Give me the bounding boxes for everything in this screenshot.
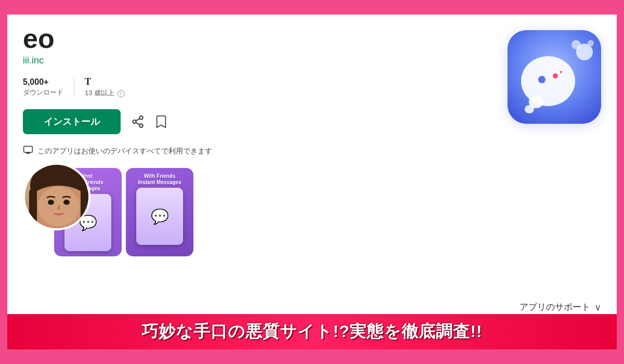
device-icon — [23, 145, 33, 158]
svg-point-22 — [538, 76, 545, 83]
border-right — [617, 0, 624, 364]
buttons-row: インストール — [23, 109, 492, 134]
age-info-icon[interactable]: i — [118, 90, 125, 97]
border-left — [0, 0, 7, 364]
app-name: eo — [23, 25, 492, 52]
user-avatar — [23, 163, 90, 230]
app-icon-container: ♥ — [508, 30, 601, 124]
svg-point-13 — [63, 200, 70, 205]
screenshot-2: With FriendsInstant Messages 💬 — [126, 168, 193, 256]
age-stat: T 13 歳以上 i — [85, 76, 125, 98]
downloads-value: 5,000+ — [23, 77, 48, 87]
screenshots-row: Instwith FriendsMessages 💬 With FriendsI… — [23, 168, 492, 256]
downloads-label: ダウンロード — [23, 88, 63, 97]
svg-point-19 — [521, 56, 575, 106]
downloads-stat: 5,000+ ダウンロード — [23, 77, 63, 97]
svg-point-23 — [553, 73, 558, 79]
bookmark-button[interactable] — [155, 115, 167, 128]
svg-rect-16 — [29, 188, 37, 228]
svg-point-21 — [525, 105, 534, 113]
border-top — [0, 0, 624, 15]
app-icon: ♥ — [508, 30, 601, 124]
phone-screen-icon-2: 💬 — [151, 208, 169, 225]
svg-point-27 — [588, 40, 594, 46]
avatar-face — [25, 165, 88, 228]
svg-point-14 — [43, 206, 51, 212]
app-info-left: eo iii.inc 5,000+ ダウンロード T 13 歳以上 — [23, 25, 492, 256]
device-compat: このアプリはお使いのデバイスすべてで利用できます — [23, 145, 492, 158]
bottom-banner: 巧妙な手口の悪質サイト!?実態を徹底調査!! — [7, 314, 617, 349]
install-button[interactable]: インストール — [23, 109, 121, 134]
age-icon: T — [85, 76, 91, 87]
main-content: eo iii.inc 5,000+ ダウンロード T 13 歳以上 — [7, 15, 617, 349]
device-compat-text: このアプリはお使いのデバイスすべてで利用できます — [37, 147, 212, 156]
support-section[interactable]: アプリのサポート ∨ — [519, 301, 601, 313]
screenshot-2-label: With FriendsInstant Messages — [138, 173, 181, 186]
svg-point-12 — [48, 200, 54, 205]
bottom-banner-text: 巧妙な手口の悪質サイト!?実態を徹底調査!! — [141, 320, 483, 343]
support-chevron-icon: ∨ — [594, 302, 601, 313]
svg-line-4 — [136, 119, 139, 121]
phone-screen-2: 💬 — [136, 188, 183, 245]
age-value: T — [85, 76, 91, 87]
border-bottom — [0, 349, 624, 364]
share-icon — [131, 115, 145, 128]
stat-divider — [74, 78, 74, 97]
svg-point-26 — [571, 40, 581, 49]
svg-text:♥: ♥ — [560, 69, 563, 75]
avatar-svg — [25, 165, 88, 228]
svg-rect-5 — [24, 146, 33, 152]
app-stats: 5,000+ ダウンロード T 13 歳以上 i — [23, 76, 492, 98]
app-title-section: eo iii.inc 5,000+ ダウンロード T 13 歳以上 — [23, 25, 601, 256]
app-developer[interactable]: iii.inc — [23, 55, 492, 66]
support-label: アプリのサポート — [519, 301, 590, 313]
phone-frame-2: 💬 — [136, 188, 183, 245]
svg-rect-17 — [81, 188, 88, 228]
svg-line-3 — [136, 123, 139, 125]
app-icon-svg: ♥ — [508, 30, 601, 124]
svg-point-15 — [67, 206, 75, 212]
share-button[interactable] — [131, 115, 145, 128]
age-label: 13 歳以上 i — [85, 88, 125, 98]
bookmark-icon — [155, 115, 167, 128]
